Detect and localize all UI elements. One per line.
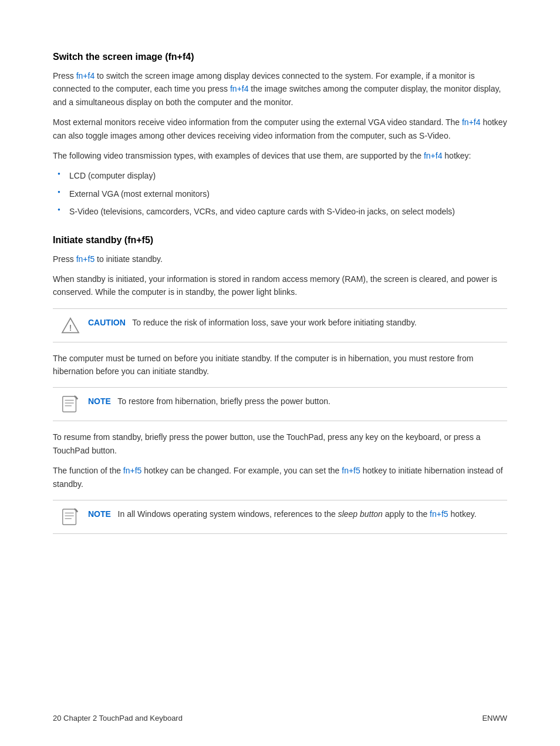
triangle-icon: ! [61,317,80,334]
caution-label: CAUTION [88,318,126,327]
section1-heading: Switch the screen image (fn+f4) [53,52,507,62]
svg-rect-7 [63,509,76,525]
fnf4-link-1[interactable]: fn+f4 [76,71,95,80]
page-footer: 20 Chapter 2 TouchPad and Keyboard ENWW [53,714,507,723]
notepad-icon [60,394,80,414]
caution-body: To reduce the risk of information loss, … [132,318,417,327]
section1-para1: Press fn+f4 to switch the screen image a… [53,69,507,109]
footer-right: ENWW [482,714,507,723]
section1-para2: Most external monitors receive video inf… [53,116,507,142]
note1-icon [60,394,81,415]
note2-box: NOTE In all Windows operating system win… [53,500,507,534]
footer-left: 20 Chapter 2 TouchPad and Keyboard [53,714,183,723]
svg-text:!: ! [69,322,72,332]
list-item: External VGA (most external monitors) [53,187,507,200]
fnf5-link-1[interactable]: fn+f5 [76,254,95,264]
section2-para5: The function of the fn+f5 hotkey can be … [53,464,507,490]
note2-body: In all Windows operating system windows,… [118,509,477,519]
note1-text: NOTE To restore from hibernation, briefl… [88,394,330,408]
note2-icon [60,506,81,527]
svg-rect-2 [63,396,76,412]
note2-label: NOTE [88,509,111,519]
section2-para3: The computer must be turned on before yo… [53,352,507,378]
note1-label: NOTE [88,396,111,406]
feature-list: LCD (computer display) External VGA (mos… [53,169,507,218]
caution-box: ! CAUTION To reduce the risk of informat… [53,308,507,342]
note1-box: NOTE To restore from hibernation, briefl… [53,387,507,421]
caution-text: CAUTION To reduce the risk of informatio… [88,315,417,329]
list-item: LCD (computer display) [53,169,507,182]
section1-para3: The following video transmission types, … [53,149,507,162]
section2-para2: When standby is initiated, your informat… [53,273,507,299]
fnf5-link-3[interactable]: fn+f5 [342,466,360,475]
fnf5-link-4[interactable]: fn+f5 [430,509,448,519]
fnf4-link-3[interactable]: fn+f4 [462,117,481,127]
notepad-icon-2 [60,507,80,527]
section2-para4: To resume from standby, briefly press th… [53,431,507,457]
note1-body: To restore from hibernation, briefly pre… [117,396,330,406]
note2-text: NOTE In all Windows operating system win… [88,506,477,520]
list-item: S-Video (televisions, camcorders, VCRs, … [53,205,507,218]
section2-heading: Initiate standby (fn+f5) [53,235,507,246]
sleep-button-italic: sleep button [338,509,383,519]
caution-icon: ! [60,315,81,336]
fnf4-link-2[interactable]: fn+f4 [230,84,249,93]
fnf5-link-2[interactable]: fn+f5 [123,466,142,475]
fnf4-link-4[interactable]: fn+f4 [424,151,443,160]
section2-para1: Press fn+f5 to initiate standby. [53,253,507,266]
